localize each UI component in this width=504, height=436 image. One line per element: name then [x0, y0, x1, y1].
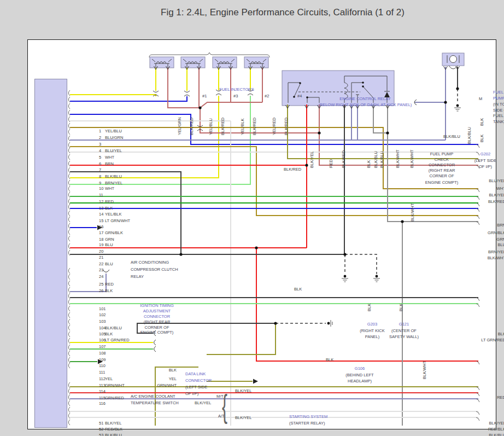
fuel-pump-location: TANK) [493, 120, 504, 124]
pin-hook-icon [68, 363, 70, 368]
pin-hook-icon [68, 148, 70, 153]
left-pin-wire-label: YEL/BLK [105, 212, 121, 217]
relay-contact-dot [306, 96, 308, 98]
dlc-name: DATA LINK [185, 372, 206, 376]
left-pin-wire-label: BLK [105, 332, 113, 336]
right-pin-wire-label: BLU [497, 243, 504, 247]
pin-hook-icon [68, 123, 70, 129]
right-pin-wire-label: RED/BLK [488, 427, 504, 432]
fuel-injector-box [181, 57, 205, 68]
junction-dot [274, 322, 277, 324]
dlc-location: (LEFT SIDE [185, 385, 207, 390]
pin-hook-icon [68, 129, 70, 135]
itac-name: ADJUSTMENT [143, 309, 171, 313]
relay-pin-wire-label: RED [329, 159, 333, 168]
pin-hook-icon [68, 229, 70, 235]
ground-g202-icon [454, 108, 461, 111]
blk-label: BLK [294, 287, 302, 292]
left-pin-wire-label: GRN [105, 237, 114, 242]
junction-dot [386, 131, 389, 134]
ground-g202-location: (LEFT SIDE [474, 159, 496, 163]
starting-system-location: (STARTER RELAY) [289, 421, 325, 426]
wire-blu [70, 96, 187, 101]
relay-location: (BELOW RIGHT SIDE OF DASH, AT KICK PANEL… [319, 103, 412, 107]
left-pin-number: 15 [99, 219, 103, 223]
ground-g121-icon [376, 275, 378, 278]
ground-g121-location: SAFETY WALL) [389, 335, 419, 339]
ground-g203-name: G203 [367, 322, 377, 327]
pin-hook-icon [68, 312, 70, 318]
itac-name: IGNITION TIMING [140, 304, 174, 308]
left-pin-number: 26 [99, 289, 103, 293]
pump-ground-wire-label: BLK [480, 135, 484, 142]
left-pin-number: 16 [99, 225, 103, 229]
blkwht-label: BLK/WHT [411, 204, 415, 222]
left-pin-number: 109 [99, 358, 106, 362]
left-pin-number: 5 [99, 155, 101, 160]
junction-dot [255, 246, 257, 249]
left-pin-number: 101 [99, 307, 106, 311]
wire-blkred [200, 102, 262, 108]
fuel-pump-location: FUEL [493, 114, 503, 118]
pin-hook-icon [68, 236, 70, 241]
left-pin-number: 14 [99, 212, 103, 217]
left-pin-number: 9 [99, 181, 101, 185]
title-bar: Fig 1: 2.4L, Engine Performance Circuits… [0, 0, 504, 26]
pin-hook-icon [68, 281, 70, 286]
motor-letter: M [479, 97, 482, 101]
right-pin-wire-label: BLK/RED [488, 200, 504, 204]
left-pin-number: 24 [99, 275, 103, 279]
fuel-pump-name: FUEL [493, 90, 503, 95]
pin-hook-icon [68, 306, 70, 311]
left-pin-number: 17 [99, 231, 103, 235]
injector-id: #2 [265, 94, 269, 98]
relay-contact-dot [362, 82, 364, 84]
wiring-diagram-page: Fig 1: 2.4L, Engine Performance Circuits… [0, 0, 504, 436]
right-pin-wire-label: GRN [496, 237, 504, 242]
pin-hook-icon [68, 345, 70, 350]
pin-hook-icon [68, 117, 70, 122]
right-pin-wire-label: BLK/WHT [488, 256, 504, 260]
itac-location: ENGINE COMPT) [140, 330, 173, 335]
fuel-injectors-title: FUEL INJECTORS [219, 88, 254, 92]
ground-g202-icon [456, 104, 459, 107]
left-pin-number: 21 [99, 255, 103, 260]
ground-g106-icon [327, 322, 330, 325]
pin-hook-icon [68, 357, 70, 363]
left-pin-number: 23 [99, 268, 103, 272]
left-pin-number: 7 [99, 168, 101, 172]
pin-hook-icon [68, 413, 70, 418]
ac-relay-label: AIR CONDITIONING [131, 260, 169, 265]
injector-wire-label: BLK/RED [284, 118, 289, 135]
left-pin-wire-label: BLK/BLU [105, 326, 122, 330]
injector-wire-label: BLK/RED [253, 118, 257, 135]
ground-g203-location: (RIGHT KICK [360, 329, 384, 333]
left-pin-wire-label: GRN/WHT [105, 383, 125, 388]
dlc-pin-label: BLK [169, 368, 177, 373]
left-pin-number: 4 [99, 149, 101, 153]
g121-wire-label: BLK [399, 304, 403, 311]
relay-pin-wire-label: BLK/BLU [374, 151, 378, 168]
ground-g202-name: G202 [480, 152, 490, 156]
left-pin-wire-label: LT GRN/WHT [105, 219, 130, 223]
pin-hook-icon [68, 287, 70, 293]
blkwht-label: BLK/WHT [423, 361, 427, 379]
starting-system-name: STARTING SYSTEM [289, 415, 327, 419]
ground-g106-location: HEADLAMP) [348, 379, 372, 383]
pin-hook-icon [68, 199, 70, 204]
fuel-pump-check-label: ENGINE COMPT) [425, 181, 458, 185]
left-pin-number: 11 [99, 193, 103, 197]
left-pin-wire-label: BLU [105, 262, 113, 266]
ground-g121-location: (CENTER OF [391, 329, 417, 333]
fuel-injector-box [244, 57, 268, 68]
junction-dot [305, 164, 308, 166]
pump-wire-label: BLK [480, 118, 484, 126]
injector-wire-label: BLK/RED [221, 118, 225, 135]
relay-pin-wire-label: BLK/YEL [310, 152, 314, 168]
relay-pin-wire-label: BLK/WHT [410, 150, 414, 168]
pin-hook-icon [68, 325, 70, 330]
junction-dot [456, 87, 459, 90]
left-pin-number: 52 [99, 427, 103, 432]
left-pin-number: 114 [99, 390, 106, 394]
g106-wire-label: BLK [326, 358, 333, 362]
